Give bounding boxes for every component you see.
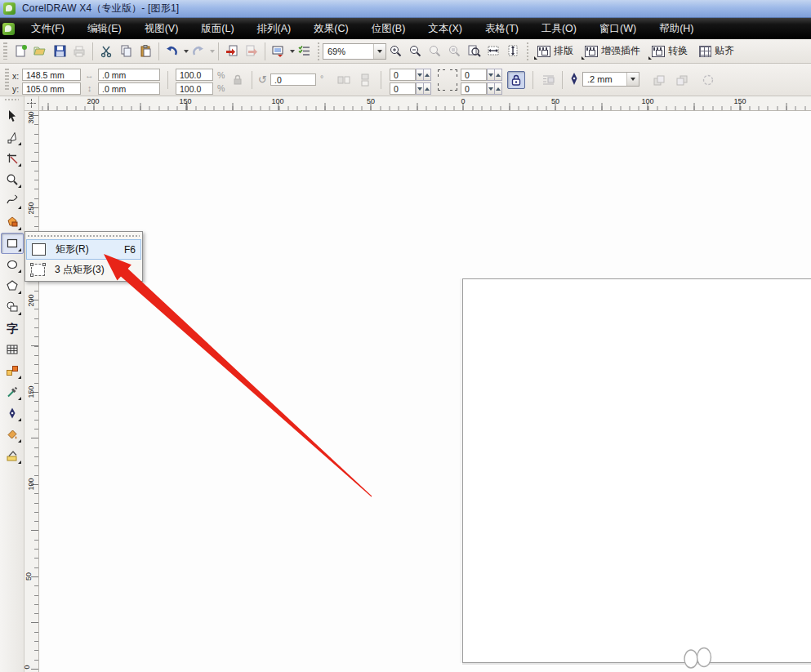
outline-width-dropdown[interactable] [626,73,639,86]
x-position-field[interactable]: 148.5 mm [22,69,81,81]
corner-rb-spinner[interactable] [488,82,502,95]
import-button[interactable] [222,42,242,61]
zoom-combo-dropdown[interactable] [373,44,385,59]
zoom-to-selection-button[interactable] [445,42,465,61]
ruler-label: 50 [551,97,559,105]
export-button[interactable] [242,42,261,61]
paste-button[interactable] [136,42,155,61]
toolbar-separator [158,42,159,60]
scale-h-field[interactable]: 100.0 [176,69,213,81]
eyedropper-tool[interactable] [1,381,24,403]
object-height-field[interactable]: .0 mm [98,82,160,95]
y-position-field[interactable]: 105.0 mm [22,82,81,95]
window-title: CorelDRAW X4（专业版）- [图形1] [22,2,179,16]
smart-fill-tool[interactable] [1,211,24,233]
copy-button[interactable] [116,42,136,61]
corner-lt-spinner[interactable] [417,69,431,81]
object-width-field[interactable]: .0 mm [98,69,160,81]
interactive-fill-tool[interactable] [1,445,24,466]
menu-edit[interactable]: 编辑(E) [76,18,133,39]
menu-tools[interactable]: 工具(O) [530,18,588,39]
menu-window[interactable]: 窗口(W) [588,18,648,39]
convert-to-curves-button[interactable] [699,71,717,89]
zoom-to-width-button[interactable] [484,42,504,61]
percent-label-2: % [217,83,225,93]
snap-button[interactable]: 贴齐 [693,42,740,60]
polygon-tool[interactable] [1,275,24,296]
text-tool[interactable]: 字 [1,318,24,339]
scale-lock-icon[interactable] [229,71,247,89]
pick-tool[interactable] [1,105,24,127]
zoom-tool[interactable] [1,169,24,190]
corner-radius-lt-field[interactable]: 0 [390,69,416,81]
flyout-grip[interactable] [28,234,140,238]
rectangle-tool[interactable] [1,233,24,254]
ellipse-shape[interactable] [697,648,711,667]
enhance-plugin-button[interactable]: 增强插件 [579,42,646,60]
menu-text[interactable]: 文本(X) [417,18,474,39]
ellipse-tool[interactable] [1,254,24,275]
toolbar-grip[interactable] [3,42,7,59]
to-front-button[interactable] [650,71,668,89]
zoom-in-button[interactable] [386,42,406,61]
corner-lb-spinner[interactable] [417,82,431,95]
redo-dropdown[interactable] [210,50,215,53]
convert-plugin-button[interactable]: 转换 [646,42,693,60]
zoom-level-combo[interactable]: 69% [323,43,386,60]
propbar-grip[interactable] [5,69,9,91]
outline-width-combo[interactable]: .2 mm [582,72,639,87]
standard-toolbar: 69% 排版 增强插件 转换 贴齐 [0,39,811,64]
toolbar-separator [526,42,529,60]
corner-radius-lb-field[interactable]: 0 [390,82,416,95]
table-tool[interactable] [1,339,24,360]
menu-file[interactable]: 文件(F) [20,18,76,39]
zoom-out-button[interactable] [406,42,426,61]
corner-rt-spinner[interactable] [488,69,502,81]
application-launcher-button[interactable] [269,42,288,61]
zoom-to-page-button[interactable] [465,42,484,61]
interactive-blend-tool[interactable] [1,360,24,381]
toolbox-grip[interactable] [5,99,19,104]
fill-tool[interactable] [1,424,24,445]
menu-table[interactable]: 表格(T) [474,18,530,39]
new-document-button[interactable] [11,42,30,61]
crop-tool[interactable] [1,148,24,169]
ellipse-shape[interactable] [684,650,697,668]
zoom-to-height-button[interactable] [504,42,524,61]
print-button[interactable] [69,42,89,61]
options-check-button[interactable] [295,42,314,61]
flyout-item-3-point-rectangle[interactable]: 3 点矩形(3) [26,260,141,280]
flyout-item-rectangle[interactable]: 矩形(R) F6 [26,239,141,260]
cut-button[interactable] [96,42,116,61]
shape-tool[interactable] [1,127,24,148]
undo-button[interactable] [163,42,182,61]
round-corners-together-button[interactable] [507,71,525,89]
mirror-vertical-button[interactable] [356,71,374,89]
vertical-ruler[interactable]: 300 250 200 150 100 50 0 [25,111,39,672]
menu-help[interactable]: 帮助(H) [648,18,705,39]
outline-tool[interactable] [1,403,24,424]
rotation-field[interactable]: .0 [270,73,316,86]
menu-effects[interactable]: 效果(C) [302,18,359,39]
drawing-canvas[interactable] [39,111,811,672]
corner-radius-rb-field[interactable]: 0 [461,82,487,95]
layout-plugin-button[interactable]: 排版 [532,42,579,60]
basic-shapes-tool[interactable] [1,296,24,318]
to-back-button[interactable] [673,71,691,89]
wrap-text-button[interactable] [539,71,557,89]
horizontal-ruler[interactable]: 200 150 100 50 0 50 100 150 [39,96,811,111]
open-button[interactable] [30,42,50,61]
mirror-horizontal-button[interactable] [335,71,353,89]
redo-button[interactable] [189,42,208,61]
menu-bitmaps[interactable]: 位图(B) [360,18,417,39]
scale-v-field[interactable]: 100.0 [176,82,213,95]
freehand-tool[interactable] [1,190,24,211]
ruler-origin[interactable] [25,96,39,111]
save-button[interactable] [50,42,69,61]
zoom-actual-button[interactable] [426,42,445,61]
menu-view[interactable]: 视图(V) [133,18,190,39]
corner-radius-rt-field[interactable]: 0 [461,69,487,81]
menu-layout[interactable]: 版面(L) [189,18,245,39]
ruler-label: 300 [25,112,39,123]
menu-arrange[interactable]: 排列(A) [246,18,303,39]
